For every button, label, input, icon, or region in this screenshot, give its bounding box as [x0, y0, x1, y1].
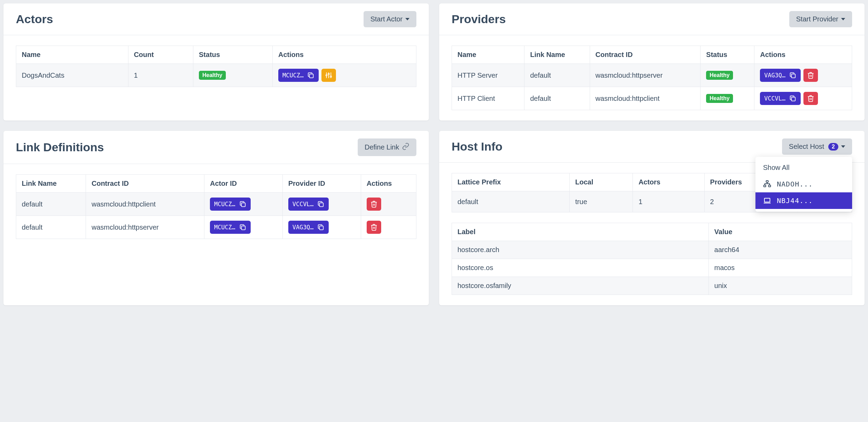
copy-icon	[317, 223, 325, 231]
define-link-label: Define Link	[365, 143, 399, 151]
host-id-text: NBJ44...	[777, 196, 813, 205]
trash-icon	[370, 200, 378, 208]
col-link: Link Name	[524, 46, 590, 64]
provider-name: HTTP Client	[452, 87, 524, 110]
providers-table: Name Link Name Contract ID Status Action…	[452, 46, 852, 110]
link-name: default	[16, 216, 86, 239]
col-link: Link Name	[16, 175, 86, 193]
select-host-label: Select Host	[789, 143, 824, 151]
start-provider-label: Start Provider	[796, 15, 838, 23]
hostinfo-title: Host Info	[452, 140, 502, 153]
link-actor-pill[interactable]: MCUCZ…	[210, 221, 250, 234]
hostinfo-card: Host Info Select Host 2 Show All NADOH..…	[439, 131, 865, 305]
trash-icon	[807, 71, 814, 79]
copy-icon	[307, 71, 315, 79]
provider-name: HTTP Server	[452, 64, 524, 87]
col-actor: Actor ID	[204, 175, 283, 193]
col-actions: Actions	[272, 46, 416, 64]
col-status: Status	[193, 46, 273, 64]
actor-id-text: MCUCZ…	[282, 72, 303, 79]
provider-id-pill[interactable]: VAG3Q…	[760, 69, 800, 82]
link-actor-text: MCUCZ…	[214, 224, 235, 231]
col-actors: Actors	[633, 173, 704, 191]
link-contract: wasmcloud:httpclient	[86, 193, 204, 216]
start-actor-label: Start Actor	[370, 15, 403, 23]
col-actions: Actions	[754, 46, 852, 64]
link-actor-pill[interactable]: MCUCZ…	[210, 198, 250, 211]
link-actor-text: MCUCZ…	[214, 201, 235, 208]
actor-count: 1	[128, 64, 193, 87]
actors-card: Actors Start Actor Name Count Status Act…	[3, 3, 429, 121]
table-row: HTTP Server default wasmcloud:httpserver…	[452, 64, 852, 87]
providers-card: Providers Start Provider Name Link Name …	[439, 3, 865, 121]
host-count-badge: 2	[828, 143, 838, 151]
start-provider-button[interactable]: Start Provider	[789, 11, 852, 27]
col-contract: Contract ID	[86, 175, 204, 193]
host-dropdown: Show All NADOH... NBJ44...	[755, 157, 852, 212]
provider-contract: wasmcloud:httpclient	[590, 87, 701, 110]
table-row: HTTP Client default wasmcloud:httpclient…	[452, 87, 852, 110]
link-provider-pill[interactable]: VAG3Q…	[288, 221, 329, 234]
provider-contract: wasmcloud:httpserver	[590, 64, 701, 87]
link-provider-text: VAG3Q…	[292, 224, 314, 231]
link-delete-button[interactable]	[367, 198, 381, 211]
link-contract: wasmcloud:httpserver	[86, 216, 204, 239]
provider-delete-button[interactable]	[803, 69, 818, 82]
actor-name: DogsAndCats	[16, 64, 128, 87]
col-status: Status	[701, 46, 754, 64]
label-value: unix	[708, 277, 852, 295]
actors-table: Name Count Status Actions DogsAndCats 1 …	[16, 46, 416, 87]
dropdown-show-all[interactable]: Show All	[755, 160, 852, 176]
host-lattice: default	[452, 191, 570, 212]
label-value: aarch64	[708, 241, 852, 259]
trash-icon	[807, 95, 814, 102]
table-row: default wasmcloud:httpclient MCUCZ… VCCV…	[16, 193, 416, 216]
actors-title: Actors	[16, 12, 53, 26]
links-table: Link Name Contract ID Actor ID Provider …	[16, 174, 416, 239]
start-actor-button[interactable]: Start Actor	[364, 11, 416, 27]
link-provider-text: VCCVL…	[292, 201, 314, 208]
label-key: hostcore.os	[452, 259, 709, 277]
sliders-icon	[325, 71, 332, 79]
provider-id-text: VAG3Q…	[764, 72, 785, 79]
sitemap-icon	[763, 180, 771, 188]
label-key: hostcore.osfamily	[452, 277, 709, 295]
provider-id-pill[interactable]: VCCVL…	[760, 92, 800, 105]
provider-id-text: VCCVL…	[764, 95, 785, 102]
label-key: hostcore.arch	[452, 241, 709, 259]
provider-delete-button[interactable]	[803, 92, 818, 105]
provider-link: default	[524, 64, 590, 87]
copy-icon	[239, 223, 247, 231]
table-row: hostcore.arch aarch64	[452, 241, 852, 259]
trash-icon	[370, 223, 378, 231]
chevron-down-icon	[841, 145, 845, 148]
table-row: default wasmcloud:httpserver MCUCZ… VAG3…	[16, 216, 416, 239]
dropdown-host-item[interactable]: NBJ44...	[755, 192, 852, 209]
col-lattice: Lattice Prefix	[452, 173, 570, 191]
status-badge: Healthy	[706, 71, 733, 80]
col-name: Name	[16, 46, 128, 64]
link-icon	[402, 143, 409, 152]
select-host-button[interactable]: Select Host 2	[782, 138, 852, 155]
host-id-text: NADOH...	[777, 180, 813, 188]
links-title: Link Definitions	[16, 141, 104, 154]
link-name: default	[16, 193, 86, 216]
col-contract: Contract ID	[590, 46, 701, 64]
laptop-icon	[763, 196, 771, 205]
actor-scale-button[interactable]	[321, 69, 336, 82]
host-actors: 1	[633, 191, 704, 212]
define-link-button[interactable]: Define Link	[358, 138, 416, 156]
copy-icon	[239, 200, 247, 208]
copy-icon	[317, 200, 325, 208]
table-row: hostcore.osfamily unix	[452, 277, 852, 295]
col-name: Name	[452, 46, 524, 64]
table-row: DogsAndCats 1 Healthy MCUCZ…	[16, 64, 416, 87]
col-value: Value	[708, 223, 852, 241]
actor-id-pill[interactable]: MCUCZ…	[278, 69, 319, 82]
col-count: Count	[128, 46, 193, 64]
provider-link: default	[524, 87, 590, 110]
col-actions: Actions	[361, 175, 416, 193]
link-provider-pill[interactable]: VCCVL…	[288, 198, 329, 211]
dropdown-host-item[interactable]: NADOH...	[755, 176, 852, 192]
link-delete-button[interactable]	[367, 221, 381, 234]
